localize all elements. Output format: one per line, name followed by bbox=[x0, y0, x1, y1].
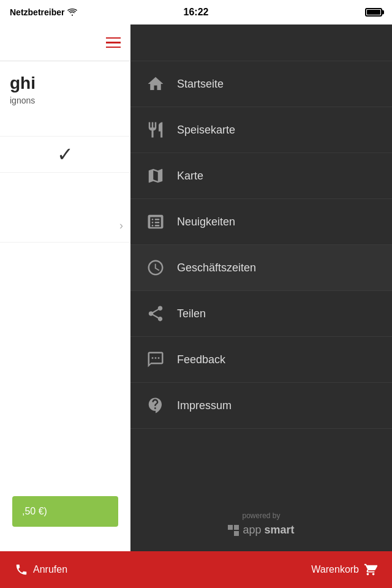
wifi-icon bbox=[67, 9, 77, 16]
call-button[interactable]: Anrufen bbox=[15, 563, 67, 576]
check-row: ✓ bbox=[0, 136, 130, 173]
handshake-icon bbox=[145, 395, 166, 416]
status-time: 16:22 bbox=[184, 7, 209, 18]
nav-item-karte[interactable]: Karte bbox=[130, 153, 392, 199]
nav-label-startseite: Startseite bbox=[177, 78, 224, 91]
restaurant-sub: ignons bbox=[10, 96, 121, 105]
carrier-label: Netzbetreiber bbox=[10, 7, 77, 17]
powered-by-label: powered by bbox=[145, 511, 377, 520]
nav-item-teilen[interactable]: Teilen bbox=[130, 291, 392, 337]
appsmart-logo: app smart bbox=[145, 524, 377, 537]
cart-button[interactable]: ,50 €) bbox=[12, 496, 118, 527]
home-icon bbox=[145, 74, 166, 94]
nav-label-teilen: Teilen bbox=[177, 307, 206, 320]
main-layout: ghi ignons ✓ › ,50 €) Startseite bbox=[0, 24, 392, 551]
map-icon bbox=[145, 165, 166, 186]
nav-item-speisekarte[interactable]: Speisekarte bbox=[130, 107, 392, 153]
left-header bbox=[0, 24, 130, 61]
nav-menu: Startseite Speisekarte Karte bbox=[130, 24, 392, 551]
news-icon bbox=[145, 211, 166, 232]
bottom-bar: Anrufen Warenkorb bbox=[0, 551, 392, 588]
left-panel: ghi ignons ✓ › ,50 €) bbox=[0, 24, 130, 551]
call-label: Anrufen bbox=[33, 564, 67, 575]
cart-bottom-button[interactable]: Warenkorb bbox=[311, 563, 377, 576]
nav-item-geschaeftszeiten[interactable]: Geschäftszeiten bbox=[130, 245, 392, 291]
nav-label-speisekarte: Speisekarte bbox=[177, 124, 235, 137]
nav-item-impressum[interactable]: Impressum bbox=[130, 383, 392, 429]
nav-label-geschaeftszeiten: Geschäftszeiten bbox=[177, 262, 256, 274]
appsmart-squares-icon bbox=[228, 525, 239, 536]
nav-item-startseite[interactable]: Startseite bbox=[130, 61, 392, 107]
hamburger-button[interactable] bbox=[106, 37, 121, 48]
feedback-icon bbox=[145, 349, 166, 370]
cart-icon bbox=[364, 563, 377, 576]
nav-label-karte: Karte bbox=[177, 170, 203, 183]
menu-icon bbox=[145, 119, 166, 140]
clock-icon bbox=[145, 257, 166, 278]
left-content: ghi ignons bbox=[0, 61, 130, 118]
arrow-row[interactable]: › bbox=[0, 209, 130, 243]
cart-bottom-label: Warenkorb bbox=[311, 564, 359, 575]
restaurant-name: ghi bbox=[10, 74, 121, 93]
arrow-right-icon: › bbox=[119, 219, 123, 232]
nav-item-neuigkeiten[interactable]: Neuigkeiten bbox=[130, 199, 392, 245]
powered-by-section: powered by app smart bbox=[130, 497, 392, 551]
appsmart-name: app smart bbox=[243, 524, 294, 537]
nav-label-impressum: Impressum bbox=[177, 399, 232, 412]
share-icon bbox=[145, 303, 166, 324]
battery-icon bbox=[365, 8, 382, 17]
status-bar: Netzbetreiber 16:22 bbox=[0, 0, 392, 24]
battery-area bbox=[365, 8, 382, 17]
nav-item-feedback[interactable]: Feedback bbox=[130, 337, 392, 383]
call-icon bbox=[15, 563, 28, 576]
nav-label-neuigkeiten: Neuigkeiten bbox=[177, 216, 235, 228]
nav-label-feedback: Feedback bbox=[177, 353, 225, 366]
nav-menu-header bbox=[130, 24, 392, 61]
checkmark-icon: ✓ bbox=[57, 143, 74, 166]
